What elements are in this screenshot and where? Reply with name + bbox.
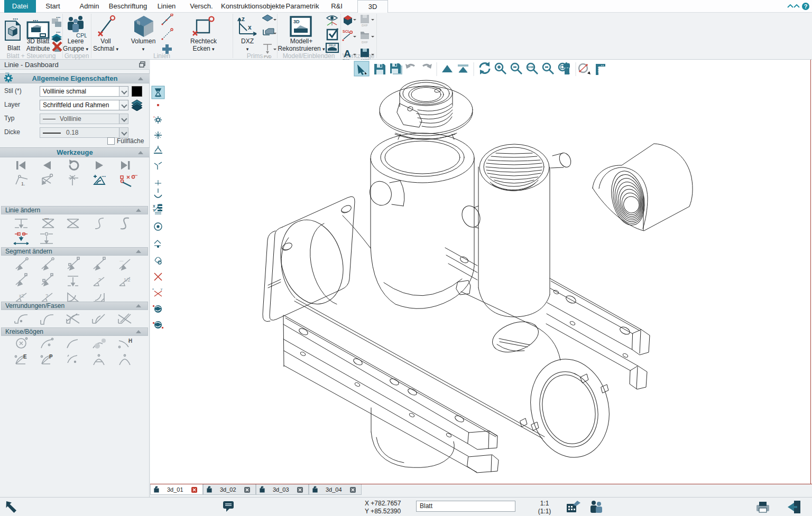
svg-text:DXF: DXF [362, 41, 368, 44]
svg-text:?: ? [804, 3, 808, 10]
svg-text:PRUF: PRUF [329, 44, 336, 47]
svg-text:H: H [128, 338, 132, 344]
svg-text:DXF: DXF [362, 24, 368, 27]
svg-text:...: ... [119, 257, 124, 262]
svg-text:...: ... [102, 173, 106, 178]
svg-text:PVD: PVD [264, 55, 271, 59]
svg-text:3D: 3D [293, 19, 300, 24]
svg-text:P: P [49, 354, 53, 360]
svg-text:x: x [248, 24, 252, 31]
svg-text:...: ... [13, 15, 18, 21]
svg-text:...: ... [133, 173, 138, 177]
svg-text:?: ? [98, 277, 101, 283]
svg-text:1.: 1. [21, 181, 25, 186]
svg-text:SCL: SCL [343, 30, 350, 33]
svg-text:z: z [242, 15, 245, 23]
svg-text:...: ... [44, 215, 49, 220]
svg-text:3d_02: 3d_02 [220, 486, 236, 493]
svg-text:3d_04: 3d_04 [326, 486, 342, 493]
svg-text:...: ... [5, 70, 10, 74]
svg-text:E: E [23, 354, 27, 360]
svg-text:?: ? [45, 293, 48, 298]
svg-text:3d_03: 3d_03 [273, 486, 289, 493]
svg-text:A: A [344, 48, 351, 59]
svg-text:1/2: 1/2 [124, 277, 131, 283]
svg-text:x2: x2 [19, 293, 24, 298]
svg-text:...: ... [56, 28, 61, 34]
svg-text:...: ... [56, 14, 61, 19]
svg-text:3d_01: 3d_01 [167, 486, 183, 493]
